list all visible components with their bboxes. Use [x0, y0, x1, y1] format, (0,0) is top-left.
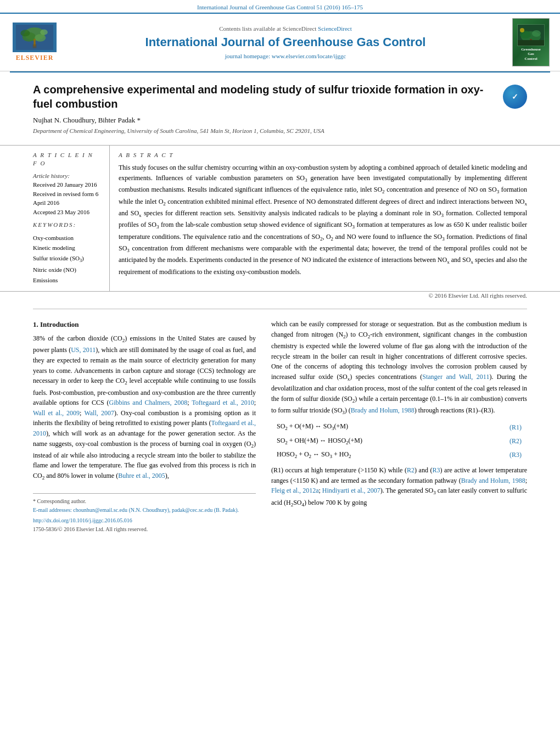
article-header: A comprehensive experimental and modelin… [0, 72, 560, 145]
doi-url[interactable]: http://dx.doi.org/10.1016/j.ijggc.2016.0… [33, 517, 132, 523]
intro-para-right-1: which can be easily compressed for stora… [271, 319, 527, 417]
ref-r2-inline[interactable]: R2 [407, 466, 415, 474]
article-authors: Nujhat N. Choudhury, Bihter Padak * [33, 115, 492, 125]
journal-cover: GreenhouseGasControl [512, 18, 550, 66]
cover-photo-area [517, 24, 545, 46]
ref-brady1988b[interactable]: Brady and Holum, 1988 [461, 477, 525, 484]
crossmark-icon: ✓ [512, 92, 518, 103]
keyword-3: Sulfur trioxide (SO3) [33, 253, 100, 265]
ref-us2011[interactable]: US, 2011 [71, 346, 96, 354]
svg-point-11 [532, 30, 541, 37]
reaction-r2: SO2 + OH(+M) ↔ HOSO2(+M) (R2) [277, 436, 522, 447]
journal-reference-bar: International Journal of Greenhouse Gas … [0, 0, 560, 13]
reaction-r3-label[interactable]: (R3) [500, 450, 522, 460]
cover-image: GreenhouseGasControl [512, 18, 550, 66]
body-left-column: 1. Introduction 38% of the carbon dioxid… [0, 319, 264, 533]
article-info-heading: A R T I C L E I N F O [33, 151, 100, 168]
article-title-block: A comprehensive experimental and modelin… [33, 82, 492, 140]
journal-homepage-url[interactable]: www.elsevier.com/locate/ijggc [272, 53, 346, 59]
reaction-r2-label[interactable]: (R2) [500, 436, 522, 447]
svg-rect-14 [518, 40, 544, 46]
ref-stanger2011[interactable]: Stanger and Wall, 2011 [422, 373, 489, 381]
article-affiliation: Department of Chemical Engineering, Univ… [33, 127, 492, 135]
svg-point-3 [35, 34, 46, 42]
ref-hindiyarti2007[interactable]: Hindiyarti et al., 2007 [322, 487, 380, 494]
ref-gibbins2008[interactable]: Gibbins and Chalmers, 2008 [109, 399, 188, 406]
keyword-5: Emissions [33, 275, 100, 286]
journal-header: ELSEVIER Contents lists available at Sci… [0, 13, 560, 71]
ref-brady1988[interactable]: Brady and Holum, 1988 [351, 406, 415, 414]
section1-title: 1. Introduction [33, 319, 256, 330]
sciencedirect-text: Contents lists available at ScienceDirec… [59, 25, 512, 33]
body-divider [33, 309, 527, 309]
elsevier-brand-name: ELSEVIER [16, 53, 54, 63]
ref-r3-inline[interactable]: R3 [432, 466, 440, 474]
footnote-section: * Corresponding author. E-mail addresses… [33, 493, 256, 533]
journal-title: International Journal of Greenhouse Gas … [59, 34, 512, 51]
reactions-block: SO2 + O(+M) ↔ SO3(+M) (R1) SO2 + OH(+M) … [271, 421, 527, 461]
footnote-email: E-mail addresses: chounhun@email.sc.edu … [33, 506, 256, 515]
sciencedirect-link[interactable]: ScienceDirect [318, 25, 352, 32]
keywords-heading: Keywords: [33, 221, 100, 229]
journal-center: Contents lists available at ScienceDirec… [59, 25, 512, 61]
abstract-column: A B S T R A C T This study focuses on th… [110, 146, 560, 291]
ref-buhre2005[interactable]: Buhre et al., 2005 [118, 472, 165, 479]
issn-line: 1750-5836/© 2016 Elsevier Ltd. All right… [33, 525, 256, 534]
elsevier-logo-image [13, 23, 57, 52]
ref-toftegaard2010b[interactable]: Toftegaard et al., 2010 [33, 419, 256, 437]
keywords-section: Keywords: Oxy-combustion Kinetic modelin… [33, 221, 100, 285]
abstract-heading: A B S T R A C T [119, 151, 527, 159]
reaction-r1-eq: SO2 + O(+M) ↔ SO3(+M) [277, 421, 500, 433]
svg-point-6 [40, 30, 48, 35]
received-date-2: Received in revised form 6 April 2016 [33, 189, 100, 208]
abstract-text: This study focuses on the sulfur chemist… [119, 163, 527, 277]
svg-point-13 [520, 28, 524, 32]
cover-title-text: GreenhouseGasControl [521, 47, 541, 61]
reaction-r1-label[interactable]: (R1) [500, 422, 522, 433]
body-section: 1. Introduction 38% of the carbon dioxid… [0, 314, 560, 533]
ref-wall2007[interactable]: Wall, 2007 [84, 409, 114, 417]
article-info-abstract-section: A R T I C L E I N F O Article history: R… [0, 145, 560, 292]
ref-fleig2012a[interactable]: Fleig et al., 2012a [271, 487, 318, 494]
journal-homepage: journal homepage: www.elsevier.com/locat… [59, 52, 512, 60]
reaction-r3: HOSO2 + O2 ↔ SO3 + HO2 (R3) [277, 449, 522, 461]
accepted-date: Accepted 23 May 2016 [33, 208, 100, 217]
svg-rect-7 [33, 44, 37, 48]
copyright-line: © 2016 Elsevier Ltd. All rights reserved… [0, 292, 560, 304]
crossmark-badge[interactable]: ✓ [503, 85, 527, 109]
journal-ref-text: International Journal of Greenhouse Gas … [197, 4, 363, 10]
intro-para-1: 38% of the carbon dioxide (CO2) emission… [33, 333, 256, 482]
cover-scene-icon [518, 25, 544, 46]
authors-text: Nujhat N. Choudhury, Bihter Padak * [33, 116, 141, 124]
ref-wall2009[interactable]: Wall et al., 2009 [33, 409, 80, 417]
article-info-column: A R T I C L E I N F O Article history: R… [0, 146, 110, 291]
footnote-star-label: * Corresponding author. [33, 497, 256, 506]
intro-para-right-2: (R1) occurs at high temperature (>1150 K… [271, 465, 527, 509]
svg-point-5 [20, 30, 30, 36]
keyword-1: Oxy-combustion [33, 233, 100, 243]
reaction-r3-eq: HOSO2 + O2 ↔ SO3 + HO2 [277, 449, 500, 461]
doi-line: http://dx.doi.org/10.1016/j.ijggc.2016.0… [33, 516, 256, 525]
reaction-r2-eq: SO2 + OH(+M) ↔ HOSO2(+M) [277, 436, 500, 447]
elsevier-logo: ELSEVIER [10, 23, 59, 63]
article-title: A comprehensive experimental and modelin… [33, 82, 492, 111]
received-date-1: Received 20 January 2016 [33, 180, 100, 189]
keywords-list: Oxy-combustion Kinetic modeling Sulfur t… [33, 233, 100, 286]
body-right-column: which can be easily compressed for stora… [264, 319, 560, 533]
keyword-4: Nitric oxide (NO) [33, 265, 100, 275]
ref-toftegaard2010a[interactable]: Toftegaard et al., 2010 [192, 399, 254, 406]
keyword-2: Kinetic modeling [33, 243, 100, 253]
elsevier-tree-icon [15, 25, 54, 50]
article-history: Article history: Received 20 January 201… [33, 171, 100, 217]
reaction-r1: SO2 + O(+M) ↔ SO3(+M) (R1) [277, 421, 522, 433]
